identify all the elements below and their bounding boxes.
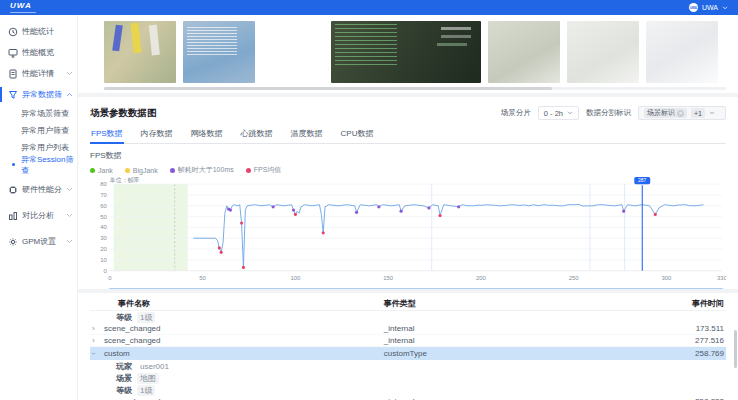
scene-slice-value: 0 - 2h — [544, 109, 563, 118]
chevron-down-icon — [66, 187, 73, 192]
event-table-card: 事件名称 事件类型 事件时间 等级 1级 › scene_changed _in… — [78, 293, 738, 400]
tab-network-data[interactable]: 网络数据 — [190, 126, 224, 143]
section-title: 场景参数数据图 — [90, 107, 157, 120]
screenshot-thumbnail-debug-scene[interactable] — [331, 21, 481, 83]
horizontal-scrollbar[interactable] — [104, 87, 726, 90]
sidebar-subitem-label: 异常场景筛查 — [21, 108, 69, 119]
sidebar-item-abnormal-data-screening[interactable]: 异常数据筛查 — [0, 84, 77, 105]
chart-legend: Jank BigJank 帧耗时大于100ms FPS均值 — [90, 165, 726, 175]
data-split-label: 数据分割标识 — [586, 108, 631, 118]
tab-fps-data[interactable]: FPS数据 — [90, 126, 124, 143]
event-detail-row: 等级 1级 — [90, 311, 726, 323]
sidebar-item-gpm-settings[interactable]: GPM设置 — [0, 231, 77, 252]
tab-memory-data[interactable]: 内存数据 — [140, 126, 174, 143]
sidebar-subitem-label: 异常Session筛查 — [21, 154, 77, 176]
svg-text:250: 250 — [569, 275, 580, 281]
table-row[interactable]: › scene_changed _internal 173.511 — [90, 323, 726, 335]
legend-dot — [90, 168, 95, 173]
chevron-down-icon — [709, 111, 715, 115]
close-icon[interactable]: × — [677, 110, 684, 117]
sidebar-item-label: 性能详情 — [22, 68, 62, 79]
svg-text:60: 60 — [100, 203, 107, 209]
legend-item-bigjank[interactable]: BigJank — [125, 167, 158, 174]
screenshot-gap — [262, 21, 324, 83]
svg-text:30: 30 — [100, 235, 107, 241]
svg-text:50: 50 — [199, 275, 206, 281]
sidebar-item-performance-detail[interactable]: 性能详情 — [0, 63, 77, 84]
screenshot-thumbnail-terrain-scene[interactable] — [488, 21, 560, 83]
top-navbar: UWA UWA UWA — [0, 0, 738, 15]
data-split-select[interactable]: 场景标识 × +1 — [638, 106, 726, 120]
sidebar-item-hardware-analysis[interactable]: 硬件性能分析 — [0, 179, 77, 200]
user-menu[interactable]: UWA UWA — [689, 3, 728, 12]
screenshot-thumbnail-map-scene[interactable] — [183, 21, 255, 83]
main-content: 场景参数数据图 场景分片 0 - 2h 数据分割标识 场景标识 × +1 — [78, 15, 738, 400]
compare-bars-icon — [8, 211, 18, 221]
sidebar-subitem-abnormal-session[interactable]: 异常Session筛查 — [0, 156, 77, 173]
event-detail-row: 玩家 user001 — [90, 360, 726, 372]
event-detail-row: 等级 1级 — [90, 384, 726, 396]
svg-text:10: 10 — [100, 257, 107, 263]
chevron-up-icon — [66, 92, 73, 97]
legend-dot — [170, 168, 175, 173]
chevron-down-icon — [66, 213, 73, 218]
chevron-down-icon — [722, 6, 728, 10]
tab-cpu-data[interactable]: CPU数据 — [340, 126, 375, 143]
tab-temperature-data[interactable]: 温度数据 — [290, 126, 324, 143]
sidebar-subitem-label: 异常用户列表 — [21, 142, 69, 153]
header-event-time: 事件时间 — [646, 298, 726, 309]
sidebar-subitem-abnormal-scene[interactable]: 异常场景筛查 — [0, 105, 77, 122]
svg-text:20: 20 — [100, 246, 107, 252]
svg-text:287: 287 — [638, 177, 646, 183]
split-tag[interactable]: 场景标识 × — [644, 108, 687, 118]
expand-caret-icon[interactable]: › — [90, 324, 104, 333]
vertical-scrollbar[interactable] — [734, 330, 737, 368]
table-header-row: 事件名称 事件类型 事件时间 — [90, 296, 726, 311]
sidebar-item-label: 性能概览 — [22, 47, 73, 58]
clock-icon — [8, 27, 18, 37]
svg-text:0: 0 — [104, 268, 108, 274]
svg-text:100: 100 — [290, 275, 301, 281]
logo-text: UWA — [10, 2, 36, 10]
header-event-type: 事件类型 — [384, 298, 646, 309]
svg-text:330: 330 — [717, 275, 726, 281]
svg-text:0: 0 — [108, 275, 112, 281]
event-detail-row: 场景 地图 — [90, 372, 726, 384]
scene-parameter-chart-card: 场景参数数据图 场景分片 0 - 2h 数据分割标识 场景标识 × +1 — [78, 97, 738, 289]
screenshot-thumbnail-snow-scene[interactable] — [646, 21, 718, 83]
legend-item-fps-mean[interactable]: FPS均值 — [246, 165, 282, 175]
svg-text:40: 40 — [100, 224, 107, 230]
header-event-name: 事件名称 — [104, 298, 384, 309]
sidebar-subitem-abnormal-user[interactable]: 异常用户筛查 — [0, 122, 77, 139]
screenshot-thumbnail-aerial-scene[interactable] — [104, 21, 176, 83]
sidebar-item-performance-stats[interactable]: 性能统计 — [0, 21, 77, 42]
sidebar: 性能统计 性能概览 性能详情 异常数据筛查 异常场景筛查 异常用户筛查 异常用户… — [0, 15, 78, 400]
funnel-icon — [8, 90, 18, 100]
sidebar-item-compare-analysis[interactable]: 对比分析 — [0, 205, 77, 226]
table-row[interactable]: › scene_changed _internal 277.516 — [90, 335, 726, 347]
sidebar-item-label: GPM设置 — [22, 236, 62, 247]
collapse-caret-icon[interactable]: › — [90, 349, 104, 358]
screenshot-thumbnail-light-scene[interactable] — [567, 21, 639, 83]
data-type-tabs: FPS数据 内存数据 网络数据 心跳数据 温度数据 CPU数据 — [90, 126, 726, 144]
sidebar-item-label: 性能统计 — [22, 26, 73, 37]
chart-title: FPS数据 — [90, 150, 726, 161]
user-name: UWA — [702, 4, 718, 11]
svg-text:300: 300 — [661, 275, 672, 281]
table-row[interactable]: › scene_changed _internal 258.333 — [90, 396, 726, 400]
scene-slice-select[interactable]: 0 - 2h — [538, 106, 579, 120]
sidebar-item-performance-overview[interactable]: 性能概览 — [0, 42, 77, 63]
legend-item-frametime-100ms[interactable]: 帧耗时大于100ms — [170, 165, 234, 175]
svg-text:150: 150 — [383, 275, 394, 281]
scene-slice-label: 场景分片 — [501, 108, 531, 118]
uwa-logo[interactable]: UWA — [10, 2, 36, 13]
table-row-selected[interactable]: › custom customType 258.769 — [90, 347, 726, 360]
document-icon — [8, 69, 18, 79]
split-more-tag: +1 — [691, 108, 705, 118]
legend-item-jank[interactable]: Jank — [90, 167, 113, 174]
fps-line-chart[interactable]: 0102030405060708005010015020025030033028… — [90, 177, 726, 287]
sidebar-subitem-label: 异常用户筛查 — [21, 125, 69, 136]
tab-heartbeat-data[interactable]: 心跳数据 — [240, 126, 274, 143]
expand-caret-icon[interactable]: › — [90, 336, 104, 345]
chip-icon — [8, 185, 18, 195]
